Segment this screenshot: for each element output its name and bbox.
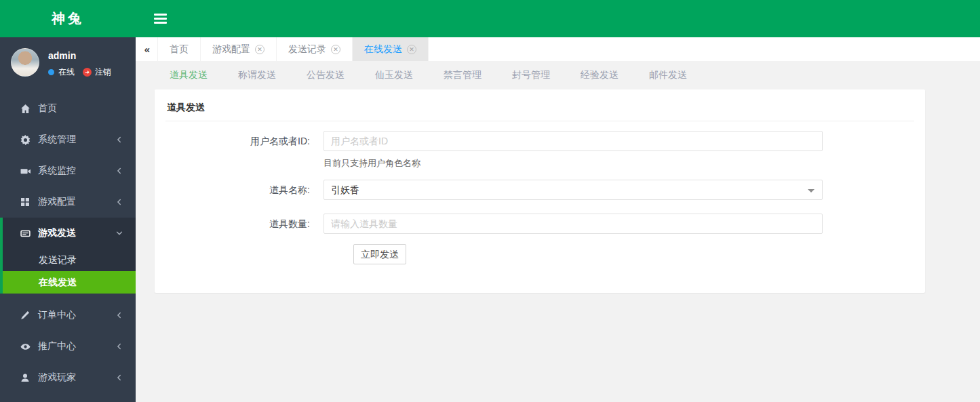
user-name: admin: [48, 50, 111, 61]
subtab-exp-send[interactable]: 经验发送: [581, 69, 619, 81]
admin-page: 神兔 admin 在线 ➜ 注销 首页: [0, 0, 980, 402]
user-icon: [20, 373, 31, 382]
username-row: 用户名或者ID: 目前只支持用户角色名称: [155, 131, 925, 169]
username-input[interactable]: [324, 131, 823, 151]
app-logo: 神兔: [0, 0, 136, 37]
tab-game-config[interactable]: 游戏配置 ✕: [201, 37, 277, 61]
select-caret-icon: [808, 189, 815, 193]
close-tab-icon[interactable]: ✕: [407, 45, 416, 54]
tabbar: « 首页 游戏配置 ✕ 发送记录 ✕ 在线发送 ✕: [136, 37, 980, 61]
tab-send-records[interactable]: 发送记录 ✕: [277, 37, 353, 61]
logout-icon: ➜: [83, 68, 92, 77]
main-content: 道具发送 用户名或者ID: 目前只支持用户角色名称 道具名称: 引妖香: [136, 89, 980, 402]
sidebar-item-order-center[interactable]: 订单中心: [0, 300, 136, 331]
chevron-left-icon: [115, 136, 123, 144]
subtab-ban-manage[interactable]: 封号管理: [512, 69, 550, 81]
eye-icon: [20, 342, 31, 352]
sidebar-item-promotion-center[interactable]: 推广中心: [0, 331, 136, 362]
chevron-down-icon: [115, 229, 123, 237]
sidebar: 神兔 admin 在线 ➜ 注销 首页: [0, 0, 136, 402]
sidebar-item-home[interactable]: 首页: [0, 93, 136, 124]
online-status-label: 在线: [58, 66, 75, 78]
online-status-dot-icon: [48, 69, 54, 75]
chevron-left-icon: [115, 311, 123, 319]
close-tab-icon[interactable]: ✕: [255, 45, 264, 54]
panel-title: 道具发送: [165, 89, 914, 121]
send-now-button[interactable]: 立即发送: [353, 244, 406, 264]
sidebar-subitem-send-records[interactable]: 发送记录: [3, 249, 136, 271]
chevron-left-icon: [115, 167, 123, 175]
item-name-row: 道具名称: 引妖香: [155, 180, 925, 200]
tab-home[interactable]: 首页: [158, 37, 201, 61]
item-send-panel: 道具发送 用户名或者ID: 目前只支持用户角色名称 道具名称: 引妖香: [155, 89, 925, 293]
message-icon: [20, 228, 31, 239]
sidebar-subitem-online-send[interactable]: 在线发送: [3, 271, 136, 294]
subtab-item-send[interactable]: 道具发送: [170, 69, 208, 81]
item-count-row: 道具数量:: [155, 214, 925, 234]
logout-link[interactable]: ➜ 注销: [83, 66, 111, 78]
sidebar-item-game-send[interactable]: 游戏发送: [3, 218, 136, 249]
sidebar-group-game-send: 游戏发送 发送记录 在线发送: [0, 218, 136, 294]
chevron-left-icon: [115, 374, 123, 382]
username-label: 用户名或者ID:: [155, 131, 324, 169]
logout-label: 注销: [95, 66, 111, 78]
video-camera-icon: [20, 166, 31, 176]
pencil-icon: [20, 310, 31, 320]
subtab-notice-send[interactable]: 公告发送: [307, 69, 345, 81]
item-name-select[interactable]: 引妖香: [324, 180, 823, 200]
sidebar-item-system-management[interactable]: 系统管理: [0, 124, 136, 155]
subtab-title-send[interactable]: 称谓发送: [238, 69, 276, 81]
sidebar-item-system-monitor[interactable]: 系统监控: [0, 155, 136, 186]
submit-row: 立即发送: [155, 244, 925, 264]
username-help-text: 目前只支持用户角色名称: [324, 157, 823, 169]
sidebar-item-game-players[interactable]: 游戏玩家: [0, 362, 136, 393]
subtab-mute-manage[interactable]: 禁言管理: [444, 69, 482, 81]
chevron-left-icon: [115, 342, 123, 350]
subtabs: 道具发送 称谓发送 公告发送 仙玉发送 禁言管理 封号管理 经验发送 邮件发送: [136, 61, 980, 89]
subtab-mail-send[interactable]: 邮件发送: [649, 69, 687, 81]
chevron-left-icon: [115, 198, 123, 206]
close-tab-icon[interactable]: ✕: [331, 45, 340, 54]
sidebar-menu: 首页 系统管理 系统监控: [0, 93, 136, 393]
user-block: admin 在线 ➜ 注销: [0, 37, 136, 86]
sidebar-item-game-config[interactable]: 游戏配置: [0, 186, 136, 218]
collapse-tabs-icon[interactable]: «: [136, 37, 158, 61]
dashboard-icon: [20, 197, 31, 207]
tab-online-send[interactable]: 在线发送 ✕: [353, 37, 429, 61]
home-icon: [20, 104, 31, 114]
subtab-jade-send[interactable]: 仙玉发送: [375, 69, 413, 81]
gear-icon: [20, 135, 31, 145]
hamburger-menu-icon[interactable]: [154, 12, 167, 26]
item-name-label: 道具名称:: [155, 180, 324, 200]
item-count-label: 道具数量:: [155, 214, 324, 234]
item-count-input[interactable]: [324, 214, 823, 234]
item-send-form: 用户名或者ID: 目前只支持用户角色名称 道具名称: 引妖香: [155, 121, 925, 264]
avatar[interactable]: [11, 48, 39, 77]
topbar: [136, 0, 980, 37]
item-name-selected-value: 引妖香: [331, 184, 359, 195]
